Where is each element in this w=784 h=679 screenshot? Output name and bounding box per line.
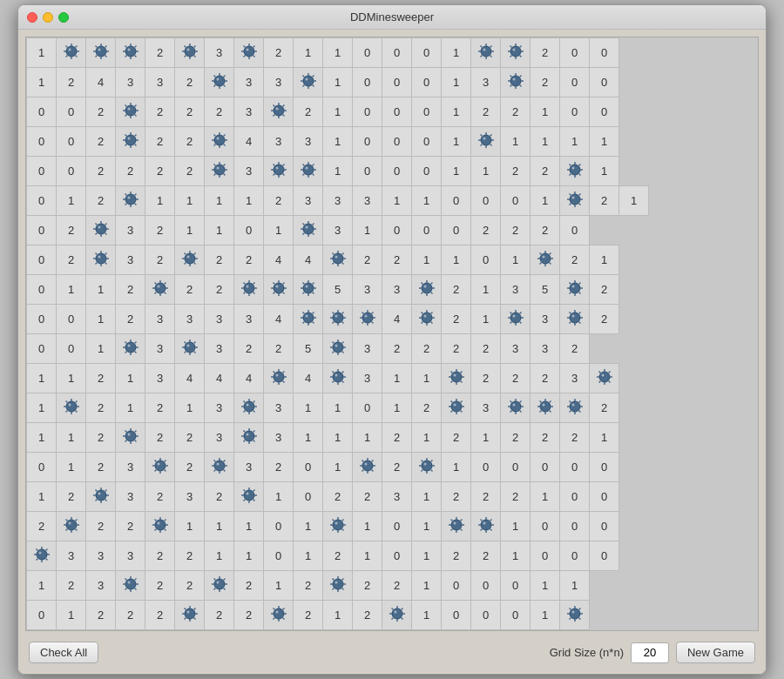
grid-cell[interactable]: 2 bbox=[294, 601, 323, 630]
grid-cell[interactable]: 1 bbox=[471, 157, 501, 186]
grid-cell[interactable]: 0 bbox=[264, 512, 294, 541]
grid-cell[interactable]: 1 bbox=[294, 423, 323, 453]
grid-cell[interactable]: 1 bbox=[57, 601, 86, 630]
grid-cell[interactable]: 2 bbox=[205, 97, 234, 127]
grid-cell[interactable]: 1 bbox=[590, 127, 619, 157]
grid-cell[interactable]: 1 bbox=[86, 334, 116, 364]
grid-cell[interactable]: 1 bbox=[412, 601, 442, 630]
grid-cell[interactable]: 2 bbox=[264, 38, 294, 68]
grid-cell[interactable]: 0 bbox=[27, 157, 57, 186]
grid-cell[interactable] bbox=[560, 305, 590, 334]
grid-cell[interactable]: 2 bbox=[590, 305, 619, 334]
grid-cell[interactable] bbox=[175, 334, 205, 364]
grid-cell[interactable]: 2 bbox=[205, 275, 234, 305]
grid-cell[interactable]: 0 bbox=[501, 571, 531, 601]
grid-cell[interactable] bbox=[560, 157, 590, 186]
grid-cell[interactable]: 0 bbox=[590, 512, 619, 541]
grid-cell[interactable]: 2 bbox=[501, 97, 531, 127]
grid-cell[interactable]: 2 bbox=[116, 601, 145, 630]
grid-cell[interactable]: 2 bbox=[57, 216, 86, 245]
grid-cell[interactable]: 0 bbox=[353, 393, 382, 423]
grid-cell[interactable] bbox=[145, 512, 175, 541]
grid-cell[interactable]: 0 bbox=[560, 68, 590, 97]
grid-cell[interactable]: 0 bbox=[382, 38, 412, 68]
grid-cell[interactable]: 3 bbox=[116, 245, 145, 275]
grid-cell[interactable]: 3 bbox=[145, 305, 175, 334]
grid-cell[interactable]: 0 bbox=[382, 216, 412, 245]
grid-cell[interactable]: 1 bbox=[531, 97, 560, 127]
grid-cell[interactable]: 2 bbox=[116, 305, 145, 334]
grid-cell[interactable]: 4 bbox=[86, 68, 116, 97]
grid-cell[interactable] bbox=[531, 245, 560, 275]
grid-cell[interactable]: 1 bbox=[501, 127, 531, 157]
grid-cell[interactable]: 0 bbox=[27, 245, 57, 275]
grid-cell[interactable]: 2 bbox=[234, 601, 264, 630]
grid-cell[interactable]: 1 bbox=[560, 571, 590, 601]
grid-cell[interactable]: 2 bbox=[442, 482, 471, 512]
grid-cell[interactable]: 1 bbox=[234, 512, 264, 541]
grid-cell[interactable]: 0 bbox=[412, 97, 442, 127]
grid-cell[interactable]: 2 bbox=[57, 245, 86, 275]
grid-cell[interactable]: 2 bbox=[471, 482, 501, 512]
grid-cell[interactable]: 3 bbox=[86, 541, 116, 571]
grid-cell[interactable]: 1 bbox=[412, 245, 442, 275]
grid-cell[interactable] bbox=[57, 38, 86, 68]
grid-cell[interactable]: 3 bbox=[175, 482, 205, 512]
grid-cell[interactable]: 3 bbox=[234, 453, 264, 482]
grid-cell[interactable]: 3 bbox=[234, 97, 264, 127]
grid-cell[interactable] bbox=[294, 68, 323, 97]
grid-cell[interactable] bbox=[501, 393, 531, 423]
grid-cell[interactable]: 1 bbox=[531, 601, 560, 630]
grid-cell[interactable]: 0 bbox=[531, 541, 560, 571]
grid-cell[interactable]: 2 bbox=[145, 571, 175, 601]
grid-cell[interactable]: 2 bbox=[442, 275, 471, 305]
grid-cell[interactable]: 0 bbox=[590, 38, 619, 68]
grid-cell[interactable]: 2 bbox=[234, 571, 264, 601]
grid-cell[interactable]: 1 bbox=[205, 541, 234, 571]
grid-cell[interactable] bbox=[86, 245, 116, 275]
grid-cell[interactable] bbox=[264, 601, 294, 630]
grid-cell[interactable]: 0 bbox=[442, 601, 471, 630]
grid-cell[interactable]: 1 bbox=[205, 216, 234, 245]
grid-cell[interactable]: 3 bbox=[116, 541, 145, 571]
grid-cell[interactable]: 0 bbox=[382, 97, 412, 127]
grid-cell[interactable] bbox=[234, 275, 264, 305]
grid-cell[interactable]: 2 bbox=[353, 482, 382, 512]
grid-cell[interactable]: 2 bbox=[145, 97, 175, 127]
grid-cell[interactable]: 0 bbox=[27, 453, 57, 482]
grid-cell[interactable]: 1 bbox=[471, 305, 501, 334]
grid-cell[interactable]: 2 bbox=[116, 512, 145, 541]
grid-cell[interactable]: 3 bbox=[264, 127, 294, 157]
grid-cell[interactable] bbox=[205, 68, 234, 97]
grid-size-input[interactable] bbox=[631, 642, 669, 663]
grid-cell[interactable] bbox=[205, 453, 234, 482]
grid-cell[interactable]: 2 bbox=[560, 423, 590, 453]
grid-cell[interactable]: 2 bbox=[86, 601, 116, 630]
grid-cell[interactable]: 3 bbox=[560, 364, 590, 393]
grid-cell[interactable]: 0 bbox=[560, 216, 590, 245]
grid-cell[interactable]: 0 bbox=[590, 541, 619, 571]
grid-cell[interactable]: 2 bbox=[145, 38, 175, 68]
grid-cell[interactable]: 1 bbox=[145, 186, 175, 216]
grid-cell[interactable]: 1 bbox=[471, 423, 501, 453]
grid-cell[interactable]: 2 bbox=[86, 453, 116, 482]
grid-cell[interactable]: 2 bbox=[501, 364, 531, 393]
grid-cell[interactable]: 1 bbox=[27, 393, 57, 423]
grid-cell[interactable]: 2 bbox=[86, 157, 116, 186]
grid-cell[interactable]: 0 bbox=[560, 541, 590, 571]
grid-cell[interactable]: 2 bbox=[590, 186, 619, 216]
grid-cell[interactable] bbox=[501, 38, 531, 68]
grid-cell[interactable]: 1 bbox=[353, 423, 382, 453]
grid-cell[interactable] bbox=[116, 38, 145, 68]
grid-cell[interactable]: 1 bbox=[57, 364, 86, 393]
grid-cell[interactable] bbox=[234, 482, 264, 512]
grid-cell[interactable]: 2 bbox=[145, 127, 175, 157]
grid-cell[interactable]: 2 bbox=[86, 423, 116, 453]
grid-cell[interactable]: 3 bbox=[501, 334, 531, 364]
grid-cell[interactable]: 4 bbox=[294, 364, 323, 393]
grid-cell[interactable] bbox=[323, 245, 353, 275]
grid-cell[interactable]: 2 bbox=[86, 393, 116, 423]
grid-cell[interactable]: 2 bbox=[442, 305, 471, 334]
grid-cell[interactable]: 1 bbox=[442, 453, 471, 482]
grid-cell[interactable]: 2 bbox=[205, 245, 234, 275]
